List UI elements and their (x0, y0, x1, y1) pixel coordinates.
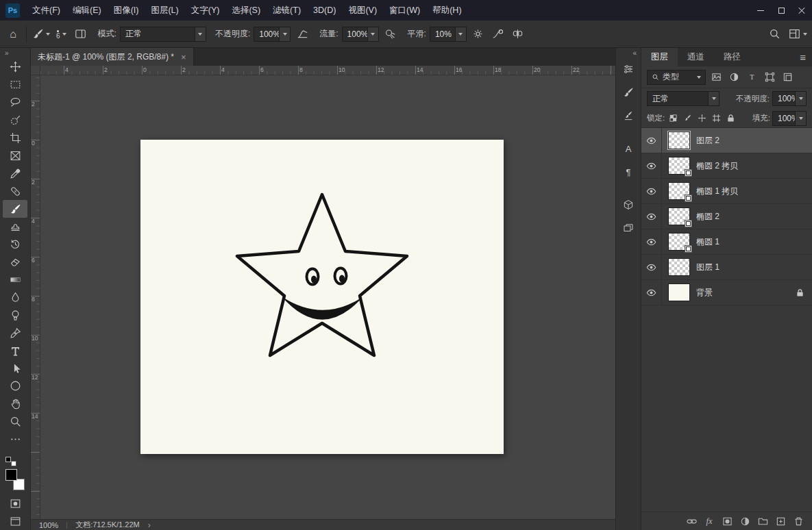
gradient-tool[interactable] (3, 271, 27, 289)
layer-row[interactable]: 椭圆 1 (641, 229, 812, 255)
pressure-opacity-button[interactable] (294, 25, 310, 43)
visibility-toggle[interactable] (641, 128, 662, 153)
hand-tool[interactable] (3, 395, 27, 413)
delete-layer-button[interactable] (793, 516, 804, 527)
brush-tool[interactable] (3, 200, 27, 218)
fill-select[interactable]: 100% (772, 111, 807, 126)
layer-row[interactable]: 背景 (641, 280, 812, 305)
document-tab[interactable]: 未标题-1 @ 100% (图层 2, RGB/8#) * × (31, 48, 194, 66)
filter-type-layers-button[interactable]: T (744, 71, 759, 84)
canvas[interactable] (140, 140, 504, 454)
eraser-tool[interactable] (3, 253, 27, 271)
layer-thumbnail[interactable] (668, 182, 690, 200)
path-selection-tool[interactable] (3, 359, 27, 377)
type-tool[interactable] (3, 342, 27, 359)
status-options-chevron[interactable]: › (148, 520, 151, 530)
layer-thumbnail[interactable] (668, 258, 690, 276)
visibility-toggle[interactable] (641, 179, 662, 203)
default-colors-button[interactable] (5, 457, 16, 466)
brushes-panel-button[interactable] (618, 83, 639, 102)
filter-type-select[interactable]: 类型 (647, 70, 706, 85)
edit-toolbar-button[interactable] (3, 431, 27, 449)
new-group-button[interactable] (757, 516, 768, 527)
layer-thumbnail[interactable] (668, 233, 690, 251)
workspace-switcher[interactable] (788, 25, 807, 43)
lock-artboard-button[interactable] (710, 112, 722, 125)
pasteboard[interactable] (40, 75, 615, 519)
frame-tool[interactable] (3, 147, 27, 164)
lock-pixels-button[interactable] (681, 112, 693, 125)
tab-channels[interactable]: 通道 (678, 48, 714, 66)
layer-comps-panel-button[interactable] (618, 218, 639, 238)
menu-layer[interactable]: 图层(L) (145, 0, 184, 21)
history-brush-tool[interactable] (3, 236, 27, 253)
paragraph-panel-button[interactable]: ¶ (618, 162, 639, 181)
layer-thumbnail[interactable] (668, 283, 690, 301)
ellipse-tool[interactable] (3, 377, 27, 395)
foreground-color-swatch[interactable] (5, 469, 17, 481)
visibility-toggle[interactable] (641, 229, 662, 254)
layer-row[interactable]: 图层 2 (641, 128, 812, 153)
filter-shape-layers-button[interactable] (762, 71, 777, 84)
healing-brush-tool[interactable] (3, 182, 27, 200)
layer-thumbnail[interactable] (668, 131, 690, 149)
vertical-ruler[interactable]: 2 0 2 4 6 8 10 12 14 (31, 75, 40, 519)
lasso-tool[interactable] (3, 94, 27, 112)
zoom-tool[interactable] (3, 413, 27, 431)
lock-all-button[interactable] (724, 112, 737, 125)
link-layers-button[interactable] (686, 516, 697, 527)
tab-paths[interactable]: 路径 (714, 48, 750, 66)
dropdown-arrow[interactable] (455, 27, 466, 41)
toolbar-expand-button[interactable]: » (0, 49, 9, 58)
zoom-level-field[interactable]: 100% (39, 521, 58, 529)
layer-opacity-select[interactable]: 100% (772, 91, 807, 106)
visibility-toggle[interactable] (641, 204, 662, 229)
menu-view[interactable]: 视图(V) (342, 0, 383, 21)
close-button[interactable] (791, 0, 812, 21)
layer-thumbnail[interactable] (668, 207, 690, 225)
opacity-select[interactable]: 100% (254, 27, 291, 42)
menu-filter[interactable]: 滤镜(T) (267, 0, 307, 21)
tab-layers[interactable]: 图层 (641, 48, 678, 66)
tab-close-icon[interactable]: × (181, 52, 186, 62)
lock-transparency-button[interactable] (667, 112, 679, 125)
brush-settings-panel-toggle[interactable] (73, 25, 89, 43)
menu-3d[interactable]: 3D(D) (307, 0, 342, 21)
visibility-toggle[interactable] (641, 280, 662, 305)
search-button[interactable] (766, 25, 783, 43)
layer-thumbnail[interactable] (668, 157, 690, 175)
blur-tool[interactable] (3, 289, 27, 307)
background-color-swatch[interactable] (13, 479, 25, 490)
flow-select[interactable]: 100% (342, 27, 379, 42)
character-panel-button[interactable]: A (618, 139, 639, 158)
properties-panel-button[interactable] (618, 60, 639, 79)
menu-edit[interactable]: 编辑(E) (66, 0, 108, 21)
dropdown-arrow[interactable] (795, 112, 806, 125)
menu-image[interactable]: 图像(I) (108, 0, 145, 21)
dropdown-arrow[interactable] (708, 92, 719, 105)
layer-blend-mode-select[interactable]: 正常 (647, 91, 719, 106)
minimize-button[interactable] (750, 0, 771, 21)
clone-stamp-tool[interactable] (3, 218, 27, 236)
filter-adjustment-layers-button[interactable] (726, 71, 741, 84)
ruler-origin-corner[interactable] (31, 66, 40, 75)
airbrush-button[interactable] (382, 25, 399, 43)
menu-file[interactable]: 文件(F) (26, 0, 66, 21)
menu-help[interactable]: 帮助(H) (426, 0, 467, 21)
layer-row[interactable]: 椭圆 2 (641, 204, 812, 229)
menu-type[interactable]: 文字(Y) (185, 0, 226, 21)
tool-preset-picker[interactable] (32, 25, 50, 43)
menu-select[interactable]: 选择(S) (225, 0, 267, 21)
home-button[interactable]: ⌂ (5, 25, 21, 43)
new-adjustment-layer-button[interactable] (739, 516, 750, 527)
add-layer-mask-button[interactable] (722, 516, 733, 527)
dropdown-arrow[interactable] (279, 27, 290, 41)
dropdown-arrow[interactable] (795, 92, 806, 105)
quick-selection-tool[interactable] (3, 112, 27, 129)
smoothing-select[interactable]: 10% (430, 27, 467, 42)
filter-pixel-layers-button[interactable] (709, 71, 724, 84)
restore-button[interactable] (771, 0, 791, 21)
lock-position-button[interactable] (696, 112, 708, 125)
pen-tool[interactable] (3, 324, 27, 342)
brush-settings-panel-button[interactable] (618, 106, 639, 125)
